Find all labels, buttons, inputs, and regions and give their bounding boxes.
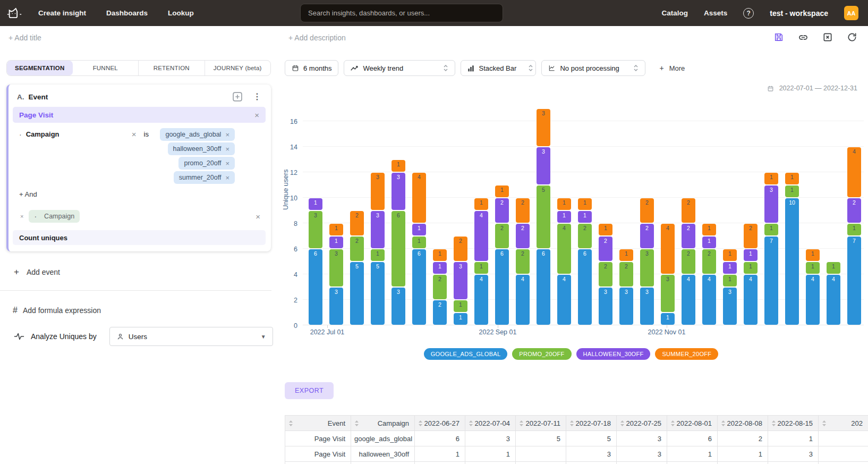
bar-segment-google_ads_global[interactable]: 4 bbox=[474, 275, 488, 325]
bar-segment-halloween_30off[interactable]: 2 bbox=[640, 224, 654, 248]
help-icon[interactable]: ? bbox=[743, 8, 754, 19]
bar-segment-halloween_30off[interactable]: 3 bbox=[454, 262, 467, 299]
filter-value-chip[interactable]: promo_20off × bbox=[178, 157, 235, 170]
stacked-bar-2022-11-28[interactable]: 7131 bbox=[764, 106, 778, 325]
stacked-bar-2022-08-22[interactable]: 4141 bbox=[474, 106, 488, 325]
nav-assets[interactable]: Assets bbox=[704, 9, 727, 17]
bar-segment-google_ads_global[interactable]: 7 bbox=[764, 237, 778, 325]
trend-select[interactable]: Weekly trend bbox=[344, 60, 455, 76]
refresh-icon[interactable] bbox=[847, 32, 857, 43]
sort-icon[interactable] bbox=[354, 420, 359, 427]
bar-segment-google_ads_global[interactable]: 4 bbox=[827, 275, 840, 325]
bar-segment-promo_20off[interactable]: 3 bbox=[309, 211, 322, 248]
legend-item-summer_20off[interactable]: SUMMER_20OFF bbox=[655, 348, 718, 360]
stacked-bar-2022-12-19[interactable]: 41 bbox=[827, 106, 840, 325]
nav-dashboards[interactable]: Dashboards bbox=[106, 9, 148, 17]
add-event-button[interactable]: + Add event bbox=[14, 267, 277, 276]
bar-segment-promo_20off[interactable]: 1 bbox=[474, 262, 488, 274]
bar-segment-promo_20off[interactable]: 1 bbox=[412, 237, 426, 248]
bar-segment-halloween_30off[interactable]: 1 bbox=[329, 237, 343, 248]
stacked-bar-2022-10-17[interactable]: 3322 bbox=[640, 106, 654, 325]
tab-funnel[interactable]: FUNNEL bbox=[73, 61, 139, 75]
date-range-button[interactable]: 6 months bbox=[285, 60, 338, 76]
add-and-condition[interactable]: + And bbox=[11, 184, 267, 198]
stacked-bar-2022-11-07[interactable]: 4211 bbox=[702, 106, 716, 325]
filter-operator[interactable]: is bbox=[144, 130, 149, 138]
bar-segment-halloween_30off[interactable]: 3 bbox=[371, 211, 385, 248]
analyze-by-select[interactable]: Users ▼ bbox=[109, 327, 273, 346]
filter-value-chip[interactable]: halloween_30off × bbox=[168, 142, 235, 155]
stacked-bar-2022-08-15[interactable]: 1132 bbox=[454, 106, 467, 325]
copy-link-icon[interactable] bbox=[798, 32, 809, 43]
bar-segment-google_ads_global[interactable]: 10 bbox=[785, 198, 799, 325]
stacked-bar-2022-08-01[interactable]: 6114 bbox=[412, 106, 426, 325]
stacked-bar-2022-09-26[interactable]: 6211 bbox=[578, 106, 592, 325]
column-header-2022-07-25[interactable]: 2022-07-25 bbox=[617, 416, 667, 431]
save-icon[interactable] bbox=[773, 32, 784, 43]
bar-segment-summer_20off[interactable]: 1 bbox=[806, 249, 820, 261]
bar-segment-halloween_30off[interactable]: 2 bbox=[682, 224, 695, 248]
bar-segment-google_ads_global[interactable]: 3 bbox=[619, 288, 633, 325]
avatar[interactable]: AA bbox=[844, 6, 858, 20]
bar-segment-summer_20off[interactable]: 2 bbox=[516, 198, 530, 223]
bar-segment-summer_20off[interactable]: 1 bbox=[392, 160, 405, 172]
bar-segment-halloween_30off[interactable]: 1 bbox=[557, 211, 571, 223]
bar-segment-halloween_30off[interactable]: 2 bbox=[516, 224, 530, 248]
filter-value-chip[interactable]: summer_20off × bbox=[174, 171, 235, 184]
bar-segment-promo_20off[interactable]: 2 bbox=[433, 275, 447, 299]
tab-journey[interactable]: JOURNEY (beta) bbox=[205, 61, 271, 75]
clear-second-filter-icon[interactable]: × bbox=[256, 213, 260, 221]
bar-segment-promo_20off[interactable]: 2 bbox=[702, 249, 716, 274]
sort-icon[interactable] bbox=[288, 420, 293, 427]
legend-item-promo_20off[interactable]: PROMO_20OFF bbox=[512, 348, 571, 360]
bar-segment-google_ads_global[interactable]: 4 bbox=[806, 275, 820, 325]
bar-segment-halloween_30off[interactable]: 4 bbox=[474, 211, 488, 261]
bar-segment-promo_20off[interactable]: 1 bbox=[764, 224, 778, 235]
add-formula-button[interactable]: # Add formula expression bbox=[13, 306, 277, 315]
bar-segment-google_ads_global[interactable]: 4 bbox=[682, 275, 695, 325]
stacked-bar-2022-09-12[interactable]: 6533 bbox=[537, 106, 550, 325]
sort-icon[interactable] bbox=[670, 420, 675, 427]
column-header-2022-07-11[interactable]: 2022-07-11 bbox=[516, 416, 566, 431]
bar-segment-promo_20off[interactable]: 2 bbox=[516, 249, 530, 274]
column-header-2022-08-08[interactable]: 2022-08-08 bbox=[718, 416, 768, 431]
bar-segment-google_ads_global[interactable]: 6 bbox=[412, 249, 426, 325]
remove-value-icon[interactable]: × bbox=[225, 145, 229, 153]
bar-segment-promo_20off[interactable]: 1 bbox=[827, 262, 840, 274]
chart-type-select[interactable]: Stacked Bar bbox=[461, 60, 536, 76]
bar-segment-promo_20off[interactable]: 6 bbox=[392, 211, 405, 286]
bar-segment-summer_20off[interactable]: 2 bbox=[682, 198, 695, 223]
bar-segment-summer_20off[interactable]: 3 bbox=[537, 109, 550, 146]
stacked-bar-2022-11-14[interactable]: 3111 bbox=[723, 106, 737, 325]
stacked-bar-2022-10-10[interactable]: 321 bbox=[619, 106, 633, 325]
bar-segment-google_ads_global[interactable]: 3 bbox=[392, 288, 405, 325]
stacked-bar-2022-11-21[interactable]: 4112 bbox=[744, 106, 758, 325]
event-selector[interactable]: Page Visit × bbox=[13, 107, 266, 123]
bar-segment-summer_20off[interactable]: 4 bbox=[661, 224, 675, 274]
bar-segment-halloween_30off[interactable]: 1 bbox=[744, 249, 758, 261]
bar-segment-summer_20off[interactable]: 3 bbox=[371, 173, 385, 210]
event-menu-icon[interactable]: ⋮ bbox=[253, 92, 261, 101]
tab-segmentation[interactable]: SEGMENTATION bbox=[7, 61, 73, 75]
remove-second-filter-icon[interactable]: × bbox=[20, 214, 23, 220]
bar-segment-summer_20off[interactable]: 1 bbox=[329, 224, 343, 235]
bar-segment-halloween_30off[interactable]: 1 bbox=[702, 237, 716, 248]
bar-segment-summer_20off[interactable]: 2 bbox=[744, 224, 758, 248]
sort-icon[interactable] bbox=[822, 420, 827, 427]
column-header-event[interactable]: Event bbox=[285, 416, 351, 431]
remove-filter-icon[interactable]: × bbox=[132, 130, 137, 138]
bar-segment-halloween_30off[interactable]: 1 bbox=[723, 262, 737, 274]
bar-segment-summer_20off[interactable]: 1 bbox=[619, 249, 633, 261]
bar-segment-summer_20off[interactable]: 1 bbox=[785, 173, 799, 184]
bar-segment-halloween_30off[interactable]: 2 bbox=[495, 198, 509, 223]
bar-segment-promo_20off[interactable]: 2 bbox=[682, 249, 695, 274]
bar-segment-promo_20off[interactable]: 1 bbox=[806, 262, 820, 274]
bar-segment-halloween_30off[interactable]: 3 bbox=[392, 173, 405, 210]
bar-segment-halloween_30off[interactable]: 1 bbox=[433, 262, 447, 274]
export-button[interactable]: EXPORT bbox=[285, 382, 334, 399]
duplicate-event-icon[interactable] bbox=[233, 92, 242, 102]
bar-segment-google_ads_global[interactable]: 1 bbox=[454, 313, 467, 325]
remove-event-icon[interactable]: × bbox=[254, 111, 259, 119]
legend-item-halloween_30off[interactable]: HALLOWEEN_30OFF bbox=[576, 348, 651, 360]
bar-segment-promo_20off[interactable]: 3 bbox=[661, 275, 675, 312]
